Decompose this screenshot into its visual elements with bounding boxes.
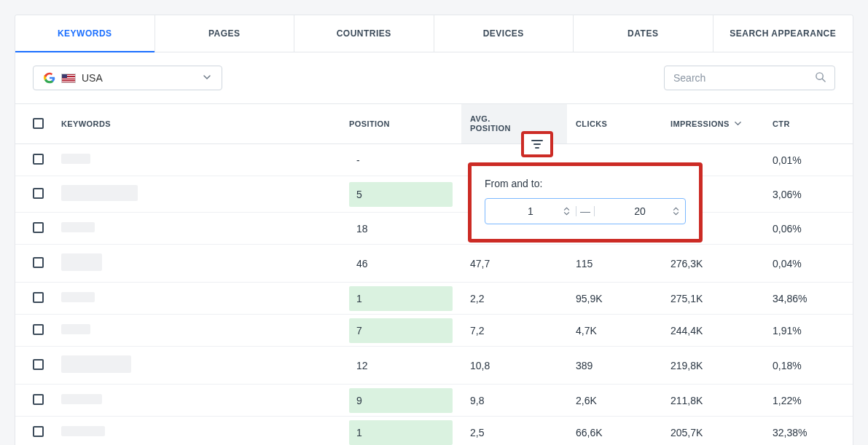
keyword-value [61, 355, 131, 373]
table-row: 12,566,6K205,7K32,38% [15, 417, 853, 445]
ctr-value: 1,91% [764, 315, 853, 347]
ctr-value: 0,04% [764, 245, 853, 283]
keyword-value [61, 185, 138, 201]
search-box[interactable] [664, 66, 835, 90]
table-row: 57K3,06% [15, 176, 853, 213]
filter-from-input[interactable] [485, 205, 576, 217]
select-all-checkbox[interactable] [33, 118, 44, 129]
tabs-bar: KEYWORDSPAGESCOUNTRIESDEVICESDATESSEARCH… [15, 15, 853, 52]
table-header-row: KEYWORDS POSITION AVG. POSITION CLICKS I… [15, 104, 853, 144]
col-clicks[interactable]: CLICKS [567, 104, 662, 144]
keyword-value [61, 253, 102, 271]
filter-to-input[interactable] [595, 205, 685, 217]
google-icon [44, 72, 55, 84]
clicks-value: 95,9K [567, 283, 662, 315]
row-checkbox[interactable] [33, 154, 44, 165]
position-value: 7 [349, 318, 453, 343]
tab-dates[interactable]: DATES [574, 15, 713, 52]
filter-range-inputs: — [485, 198, 686, 224]
chevron-down-icon [734, 119, 742, 129]
keyword-value [61, 324, 90, 334]
col-keywords[interactable]: KEYWORDS [52, 104, 340, 144]
tab-keywords[interactable]: KEYWORDS [15, 15, 155, 52]
row-checkbox[interactable] [33, 359, 44, 370]
position-value: 18 [349, 216, 453, 241]
keyword-value [61, 394, 102, 404]
filter-range-label: From and to: [485, 178, 686, 189]
table-row: -0,01% [15, 144, 853, 176]
keyword-value [61, 222, 95, 232]
row-checkbox[interactable] [33, 222, 44, 233]
tab-pages[interactable]: PAGES [155, 15, 295, 52]
ctr-value: 3,06% [764, 176, 853, 213]
avg-position-value: 2,2 [461, 283, 567, 315]
position-value: 5 [349, 182, 453, 207]
tab-countries[interactable]: COUNTRIES [294, 15, 434, 52]
ctr-value: 0,01% [764, 144, 853, 176]
col-impressions[interactable]: IMPRESSIONS [662, 104, 764, 144]
main-panel: KEYWORDSPAGESCOUNTRIESDEVICESDATESSEARCH… [15, 15, 853, 445]
ctr-value: 34,86% [764, 283, 853, 315]
impressions-value: 244,4K [662, 315, 764, 347]
avg-position-value: 7,2 [461, 315, 567, 347]
avg-position-value: 10,8 [461, 347, 567, 385]
svg-line-1 [822, 79, 825, 82]
ctr-value: 0,06% [764, 213, 853, 245]
col-ctr[interactable]: CTR [764, 104, 853, 144]
keyword-value [61, 292, 95, 302]
ctr-value: 0,18% [764, 347, 853, 385]
table-row: 4647,7115276,3K0,04% [15, 245, 853, 283]
table-row: 99,82,6K211,8K1,22% [15, 385, 853, 417]
toolbar: USA [15, 52, 853, 103]
position-value: 1 [349, 286, 453, 311]
impressions-value: 275,1K [662, 283, 764, 315]
ctr-value: 32,38% [764, 417, 853, 445]
row-checkbox[interactable] [33, 426, 44, 437]
ctr-value: 1,22% [764, 385, 853, 417]
clicks-value: 115 [567, 245, 662, 283]
position-value: 46 [349, 251, 453, 276]
keyword-value [61, 426, 105, 436]
impressions-value: 276,3K [662, 245, 764, 283]
row-checkbox[interactable] [33, 292, 44, 303]
row-checkbox[interactable] [33, 188, 44, 199]
clicks-value: 4,7K [567, 315, 662, 347]
row-checkbox[interactable] [33, 324, 44, 335]
country-label: USA [82, 72, 103, 84]
position-value: 1 [349, 420, 453, 445]
table-row: 1814,9348545,5K0,06% [15, 213, 853, 245]
impressions-value: 211,8K [662, 385, 764, 417]
flag-us-icon [61, 74, 76, 83]
impressions-value: 205,7K [662, 417, 764, 445]
col-position[interactable]: POSITION [340, 104, 461, 144]
tab-devices[interactable]: DEVICES [434, 15, 574, 52]
table-row: 77,24,7K244,4K1,91% [15, 315, 853, 347]
search-icon [815, 71, 826, 84]
row-checkbox[interactable] [33, 257, 44, 268]
table-row: 1210,8389219,8K0,18% [15, 347, 853, 385]
clicks-value: 66,6K [567, 417, 662, 445]
chevron-down-icon [203, 72, 211, 84]
impressions-value: 219,8K [662, 347, 764, 385]
clicks-value: 389 [567, 347, 662, 385]
search-input[interactable] [673, 72, 809, 84]
clicks-value: 2,6K [567, 385, 662, 417]
position-value: 9 [349, 388, 453, 413]
table-row: 12,295,9K275,1K34,86% [15, 283, 853, 315]
row-checkbox[interactable] [33, 394, 44, 405]
avg-position-value: 47,7 [461, 245, 567, 283]
position-value: 12 [349, 353, 453, 378]
tab-search-appearance[interactable]: SEARCH APPEARANCE [713, 15, 853, 52]
stepper-icon[interactable] [673, 207, 679, 216]
range-separator: — [576, 199, 595, 224]
avg-position-value: 9,8 [461, 385, 567, 417]
avg-position-filter-button[interactable] [521, 131, 553, 157]
filter-icon [531, 139, 543, 149]
stepper-icon[interactable] [563, 207, 570, 216]
avg-position-value: 2,5 [461, 417, 567, 445]
avg-position-filter-popup: From and to: — [468, 162, 703, 243]
country-select[interactable]: USA [33, 66, 222, 90]
keyword-value [61, 154, 90, 164]
data-table: KEYWORDS POSITION AVG. POSITION CLICKS I… [15, 103, 853, 445]
position-value: - [349, 148, 453, 173]
